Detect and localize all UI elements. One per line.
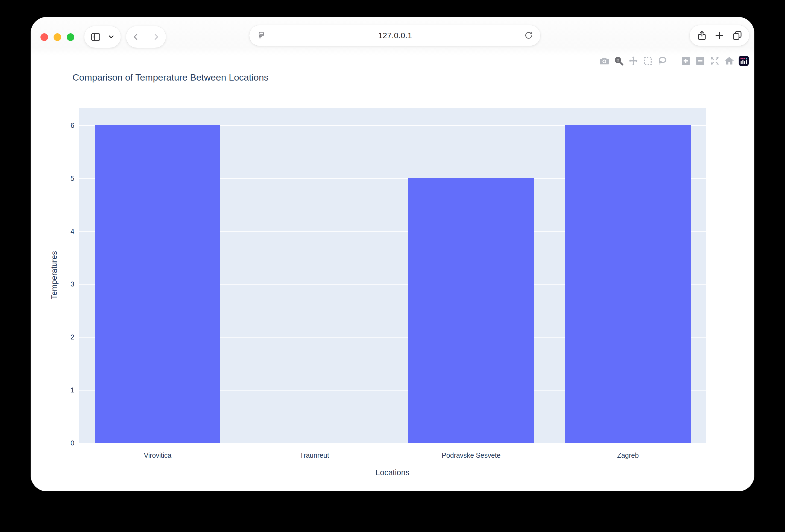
y-tick-label: 4: [71, 227, 74, 235]
zoom-icon[interactable]: [614, 56, 624, 66]
browser-window: 127.0.0.1: [31, 17, 754, 491]
chevron-down-icon[interactable]: [107, 33, 115, 41]
camera-icon[interactable]: [599, 56, 609, 66]
minimize-button[interactable]: [54, 33, 61, 41]
page-format-icon[interactable]: [256, 31, 266, 41]
y-tick-label: 5: [71, 174, 74, 182]
forward-icon[interactable]: [151, 32, 161, 42]
autoscale-icon[interactable]: [710, 56, 720, 66]
box-select-icon[interactable]: [642, 56, 653, 66]
x-tick-label: Podravske Sesvete: [442, 451, 501, 459]
reload-icon[interactable]: [524, 31, 533, 40]
x-axis-title: Locations: [31, 468, 754, 477]
y-tick-label: 0: [71, 439, 74, 447]
pan-icon[interactable]: [628, 56, 638, 66]
nav-controls: [126, 26, 166, 48]
maximize-button[interactable]: [67, 33, 74, 41]
back-icon[interactable]: [131, 32, 141, 42]
window-actions: [690, 25, 749, 46]
y-tick-label: 3: [71, 280, 74, 288]
nav-divider: [146, 31, 146, 43]
browser-toolbar: 127.0.0.1: [31, 17, 754, 55]
x-tick-label: Zagreb: [617, 451, 639, 459]
web-page: Comparison of Temperature Between Locati…: [31, 55, 754, 491]
y-tick-label: 6: [71, 121, 74, 129]
sidebar-controls: [84, 26, 121, 48]
new-tab-icon[interactable]: [714, 30, 725, 41]
url-text[interactable]: 127.0.0.1: [266, 31, 524, 40]
y-axis-title: Temperatures: [50, 251, 59, 299]
bar-podravske-sesvete: [408, 178, 534, 443]
sidebar-icon[interactable]: [90, 31, 101, 43]
y-tick-label: 2: [71, 333, 74, 341]
x-tick-label: Traunreut: [300, 451, 329, 459]
tab-overview-icon[interactable]: [732, 30, 743, 41]
bar-virovitica: [95, 125, 220, 443]
plotly-modebar: [599, 56, 749, 66]
lasso-select-icon[interactable]: [657, 56, 667, 66]
zoom-out-icon[interactable]: [695, 56, 706, 66]
reset-axes-icon[interactable]: [724, 56, 734, 66]
plotly-logo-icon[interactable]: [738, 56, 749, 66]
chart-title: Comparison of Temperature Between Locati…: [72, 72, 269, 83]
y-tick-label: 1: [71, 386, 74, 394]
bar-zagreb: [565, 125, 691, 443]
close-button[interactable]: [41, 33, 48, 41]
share-icon[interactable]: [697, 30, 707, 41]
zoom-in-icon[interactable]: [681, 56, 691, 66]
address-bar[interactable]: 127.0.0.1: [249, 25, 540, 46]
x-tick-label: Virovitica: [144, 451, 171, 459]
plot-area[interactable]: [79, 108, 706, 443]
